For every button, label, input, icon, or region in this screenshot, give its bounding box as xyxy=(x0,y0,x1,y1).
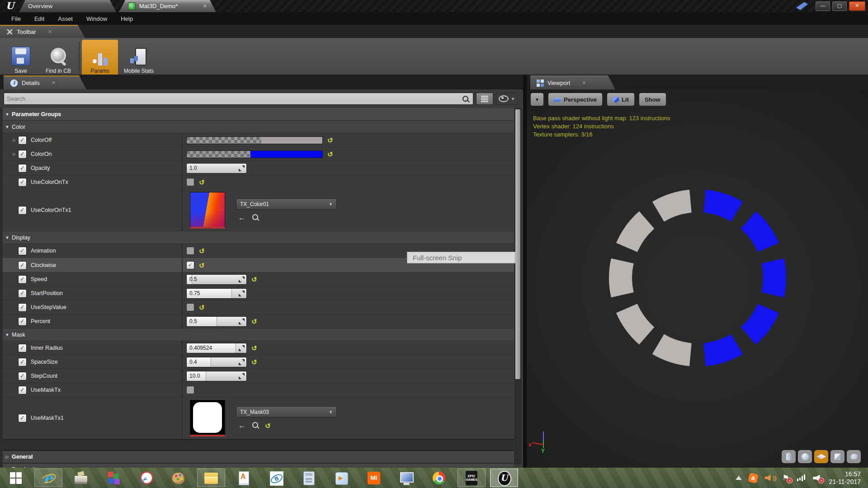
group-header-color[interactable]: ▼Color xyxy=(3,121,514,133)
reset-to-default-button[interactable]: ↺ xyxy=(251,359,257,366)
section-header-general[interactable]: ▷General xyxy=(3,451,514,464)
taskbar-start-button[interactable] xyxy=(2,469,30,487)
taskbar-internet-explorer[interactable] xyxy=(34,469,62,487)
group-header-mask[interactable]: ▼Mask xyxy=(3,328,514,341)
lit-button[interactable]: Lit xyxy=(607,93,635,106)
find-asset-button[interactable] xyxy=(252,422,258,430)
taskbar-calculator[interactable] xyxy=(295,469,323,487)
minimize-window-button[interactable]: — xyxy=(816,1,830,11)
usestepvalue-value-checkbox[interactable] xyxy=(186,303,194,311)
spacesize-checkbox[interactable]: ✓ xyxy=(18,358,27,366)
preview-shape-cylinder-button[interactable] xyxy=(782,450,796,463)
animation-checkbox[interactable]: ✓ xyxy=(18,247,27,255)
close-icon[interactable]: ✕ xyxy=(52,80,56,86)
tab-toolbar[interactable]: Toolbar ✕ xyxy=(0,25,85,38)
search-input[interactable] xyxy=(6,95,458,103)
taskbar-file-explorer[interactable] xyxy=(197,469,225,487)
reset-to-default-button[interactable]: ↺ xyxy=(327,151,333,158)
viewport-canvas[interactable]: ▼PerspectiveLitShow Base pass shader wit… xyxy=(527,89,868,468)
group-header-display[interactable]: ▼Display xyxy=(3,231,514,244)
use-selected-asset-button[interactable]: ← xyxy=(238,422,245,429)
maximize-window-button[interactable]: ▢ xyxy=(832,1,847,11)
reset-to-default-button[interactable]: ↺ xyxy=(199,304,205,311)
animation-value-checkbox[interactable] xyxy=(186,247,194,255)
usestepvalue-checkbox[interactable]: ✓ xyxy=(18,303,27,312)
clockwise-checkbox[interactable]: ✓ xyxy=(18,261,27,270)
taskbar-paint[interactable] xyxy=(165,469,193,487)
stepcount-value-input[interactable]: 10.0 xyxy=(186,371,247,381)
close-icon[interactable]: ✕ xyxy=(582,80,586,86)
preview-shape-mesh-button[interactable] xyxy=(847,450,861,463)
find-in-cb-button[interactable]: Find in CB xyxy=(40,40,76,75)
menu-file[interactable]: File xyxy=(5,15,28,22)
tx-mask03-thumbnail[interactable] xyxy=(190,400,225,436)
menu-window[interactable]: Window xyxy=(80,15,114,22)
taskbar-mi-app[interactable] xyxy=(360,469,388,487)
taskbar-unreal-engine[interactable] xyxy=(490,469,518,487)
inner-radius-checkbox[interactable]: ✓ xyxy=(18,344,27,352)
speed-checkbox[interactable]: ✓ xyxy=(18,275,27,284)
tray-avast[interactable] xyxy=(748,472,759,483)
tx-color01-select[interactable]: TX_Color01▼ xyxy=(236,198,337,210)
clockwise-value-checkbox[interactable]: ✓ xyxy=(186,261,194,269)
usecolorontx-checkbox[interactable]: ✓ xyxy=(18,178,27,187)
preview-shape-cube-button[interactable] xyxy=(830,450,844,463)
coloroff-checkbox[interactable]: ✓ xyxy=(18,136,27,145)
section-header-previewing[interactable]: ▷Previewing xyxy=(3,464,514,468)
usemasktx-checkbox[interactable]: ✓ xyxy=(18,386,27,394)
usecolorontx1-checkbox[interactable]: ✓ xyxy=(18,206,27,215)
doc-tab-overview[interactable]: Overview xyxy=(19,0,116,12)
menu-help[interactable]: Help xyxy=(114,15,140,22)
taskbar-atom-app[interactable] xyxy=(262,469,290,487)
scrollbar-thumb[interactable] xyxy=(515,109,520,379)
reset-to-default-button[interactable]: ↺ xyxy=(265,422,271,429)
reset-to-default-button[interactable]: ↺ xyxy=(199,179,205,186)
stepcount-checkbox[interactable]: ✓ xyxy=(18,372,27,380)
taskbar-epic-games[interactable] xyxy=(458,469,486,487)
taskbar-wordpad[interactable] xyxy=(230,469,258,487)
menu-edit[interactable]: Edit xyxy=(28,15,51,22)
inner-radius-value-input[interactable]: 0.409524 xyxy=(186,343,247,353)
opacity-value-input[interactable]: 1.0 xyxy=(186,163,247,174)
menu-asset[interactable]: Asset xyxy=(51,15,80,22)
tray-network-signal[interactable] xyxy=(797,474,806,481)
speed-value-input[interactable]: 0.5 xyxy=(186,274,247,285)
tab-details[interactable]: Details ✕ xyxy=(4,75,86,89)
search-box[interactable] xyxy=(4,93,473,105)
parameter-groups-header[interactable]: ▼Parameter Groups xyxy=(3,108,514,121)
expander-icon[interactable]: ▷ xyxy=(11,138,18,142)
reset-to-default-button[interactable]: ↺ xyxy=(251,318,257,325)
usemasktx-value-checkbox[interactable] xyxy=(186,386,194,394)
reset-to-default-button[interactable]: ↺ xyxy=(199,262,205,269)
percent-value-input[interactable]: 0.5 xyxy=(186,316,247,327)
show-button[interactable]: Show xyxy=(639,93,666,106)
use-selected-asset-button[interactable]: ← xyxy=(238,214,245,221)
visibility-filter-button[interactable]: ▼ xyxy=(496,93,518,105)
close-window-button[interactable]: ✕ xyxy=(849,1,865,11)
taskbar-defragmenter[interactable] xyxy=(99,469,127,487)
coloron-checkbox[interactable]: ✓ xyxy=(18,150,27,159)
preview-shape-plane-button[interactable] xyxy=(814,450,828,463)
perspective-button[interactable]: Perspective xyxy=(548,93,603,106)
find-asset-button[interactable] xyxy=(252,214,258,222)
taskbar-print-utility[interactable] xyxy=(67,469,95,487)
reset-to-default-button[interactable]: ↺ xyxy=(251,276,257,283)
spacesize-value-input[interactable]: 0.4 xyxy=(186,357,247,367)
tray-action-center-flag[interactable] xyxy=(782,474,790,482)
tx-color01-thumbnail[interactable] xyxy=(190,192,225,229)
reset-to-default-button[interactable]: ↺ xyxy=(251,345,257,352)
view-options-list-button[interactable] xyxy=(476,93,493,105)
coloroff-color-swatch[interactable] xyxy=(186,136,323,144)
taskbar-chrome[interactable] xyxy=(425,469,453,487)
tray-volume-muted[interactable] xyxy=(813,474,822,482)
panel-splitter[interactable] xyxy=(523,75,527,468)
reset-to-default-button[interactable]: ↺ xyxy=(327,137,333,144)
taskbar-system-monitor[interactable] xyxy=(392,469,420,487)
mobile-stats-button[interactable]: Mobile Stats xyxy=(119,40,158,75)
close-icon[interactable]: ✕ xyxy=(48,29,52,35)
tab-viewport[interactable]: Viewport ✕ xyxy=(530,75,615,89)
reset-to-default-button[interactable]: ↺ xyxy=(199,248,205,254)
tx-mask03-select[interactable]: TX_Mask03▼ xyxy=(236,406,337,418)
startposition-value-input[interactable]: 0.75 xyxy=(186,288,247,299)
opacity-checkbox[interactable]: ✓ xyxy=(18,164,27,173)
